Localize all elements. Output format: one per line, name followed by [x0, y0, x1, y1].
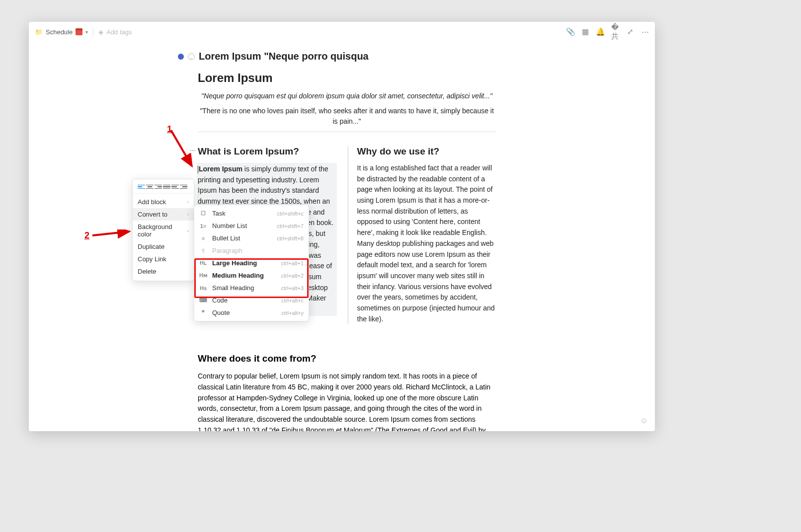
- topbar: Schedule ▾ ◈ Add tags 📎 ▦ 🔔 �共 ⤢ ⋯: [29, 22, 655, 42]
- add-tags-button[interactable]: Add tags: [106, 28, 132, 36]
- submenu-item-large-heading[interactable]: HʟLarge Headingctrl+alt+1: [194, 257, 309, 269]
- outdent-icon[interactable]: [171, 183, 179, 190]
- submenu-label: Small Heading: [212, 284, 276, 292]
- page-title[interactable]: Lorem Ipsum "Neque porro quisqua: [199, 51, 369, 62]
- shortcut-label: ctrl+shift+c: [277, 211, 304, 217]
- bell-icon[interactable]: 🔔: [596, 28, 604, 36]
- submenu-label: Task: [212, 210, 272, 217]
- chevron-down-icon[interactable]: ▾: [85, 29, 88, 35]
- status-dot-icon: [178, 54, 184, 60]
- shortcut-label: ctrl+shift+8: [277, 235, 304, 241]
- align-left-icon[interactable]: [138, 183, 145, 190]
- paragraph-why: It is a long established fact that a rea…: [357, 163, 496, 324]
- quote-latin: "Neque porro quisquam est qui dolorem ip…: [198, 92, 496, 100]
- shortcut-label: ctrl+shift+7: [277, 223, 304, 229]
- type-icon: ¶: [199, 248, 207, 254]
- submenu-label: Paragraph: [212, 247, 299, 254]
- folder-icon: [35, 28, 43, 36]
- divider: [198, 132, 496, 132]
- chevron-right-icon: ›: [187, 212, 189, 217]
- indent-icon[interactable]: [180, 183, 187, 190]
- emoji-picker-icon[interactable]: ☺: [640, 416, 648, 425]
- shortcut-label: ctrl+alt+1: [281, 260, 304, 266]
- shortcut-label: ctrl+alt+2: [281, 273, 304, 279]
- quote-english: "There is no one who loves pain itself, …: [198, 106, 496, 127]
- menu-delete[interactable]: Delete: [133, 265, 194, 278]
- align-right-icon[interactable]: [155, 183, 162, 190]
- submenu-label: Bullet List: [212, 234, 272, 242]
- chevron-right-icon: ›: [187, 228, 189, 233]
- text-cursor: [198, 166, 198, 173]
- align-toolbar: [133, 182, 194, 194]
- emoji-placeholder-icon[interactable]: [188, 53, 195, 60]
- annotation-number-2: 2: [84, 230, 89, 241]
- submenu-label: Medium Heading: [212, 272, 276, 279]
- heading-what: What is Lorem Ipsum?: [198, 146, 337, 157]
- submenu-label: Large Heading: [212, 259, 276, 267]
- type-icon: 1≡: [199, 223, 207, 229]
- menu-duplicate[interactable]: Duplicate: [133, 240, 194, 253]
- share-icon[interactable]: �共: [611, 28, 619, 36]
- expand-icon[interactable]: ⤢: [626, 28, 634, 36]
- submenu-item-medium-heading[interactable]: HᴍMedium Headingctrl+alt+2: [194, 269, 309, 282]
- submenu-item-number-list[interactable]: 1≡Number Listctrl+shift+7: [194, 220, 309, 232]
- attachment-icon[interactable]: 📎: [566, 28, 574, 36]
- document-area: Lorem Ipsum "Neque porro quisqua Lorem I…: [29, 42, 655, 431]
- submenu-item-task[interactable]: ☐Taskctrl+shift+c: [194, 207, 309, 220]
- block-handle-icon[interactable]: ⋯: [190, 147, 196, 154]
- submenu-label: Number List: [212, 222, 272, 229]
- block-context-menu: Add block› Convert to› Background color›…: [132, 179, 194, 281]
- app-window: Schedule ▾ ◈ Add tags 📎 ▦ 🔔 �共 ⤢ ⋯ Lorem…: [29, 22, 655, 431]
- annotation-number-1: 1: [167, 124, 172, 135]
- type-icon: ☐: [199, 210, 207, 217]
- menu-convert-to[interactable]: Convert to›: [133, 208, 194, 221]
- type-icon: ⌨: [199, 297, 207, 304]
- heading-why: Why do we use it?: [357, 146, 496, 157]
- submenu-item-small-heading[interactable]: HsSmall Headingctrl+alt+3: [194, 282, 309, 294]
- type-icon: ≡: [199, 235, 207, 241]
- submenu-item-paragraph: ¶Paragraph: [194, 244, 309, 257]
- menu-copy-link[interactable]: Copy Link: [133, 253, 194, 265]
- submenu-item-quote[interactable]: ❞Quotectrl+alt+y: [194, 306, 309, 319]
- calendar-icon: [76, 28, 82, 35]
- shortcut-label: ctrl+alt+c: [281, 298, 304, 304]
- tag-icon: ◈: [98, 28, 103, 36]
- submenu-label: Code: [212, 297, 276, 304]
- menu-background-color[interactable]: Background color›: [133, 221, 194, 240]
- convert-to-submenu: ☐Taskctrl+shift+c1≡Number Listctrl+shift…: [194, 205, 309, 321]
- shortcut-label: ctrl+alt+3: [281, 285, 304, 291]
- menu-add-block[interactable]: Add block›: [133, 196, 194, 208]
- separator: [93, 28, 93, 36]
- type-icon: ❞: [199, 309, 207, 316]
- submenu-item-bullet-list[interactable]: ≡Bullet Listctrl+shift+8: [194, 232, 309, 244]
- type-icon: Hs: [199, 285, 207, 291]
- type-icon: Hʟ: [199, 260, 207, 266]
- chevron-right-icon: ›: [187, 199, 189, 205]
- heading-where: Where does it come from?: [198, 353, 496, 364]
- submenu-item-code[interactable]: ⌨Codectrl+alt+c: [194, 294, 309, 306]
- breadcrumb-folder[interactable]: Schedule: [46, 28, 73, 36]
- submenu-label: Quote: [212, 309, 276, 316]
- qr-icon[interactable]: ▦: [581, 28, 589, 36]
- type-icon: Hᴍ: [199, 272, 207, 279]
- paragraph-where: Contrary to popular belief, Lorem Ipsum …: [198, 371, 496, 431]
- align-center-icon[interactable]: [146, 183, 154, 190]
- align-justify-icon[interactable]: [163, 183, 170, 190]
- shortcut-label: ctrl+alt+y: [281, 310, 304, 316]
- more-icon[interactable]: ⋯: [641, 28, 649, 36]
- heading-lorem: Lorem Ipsum: [198, 71, 496, 85]
